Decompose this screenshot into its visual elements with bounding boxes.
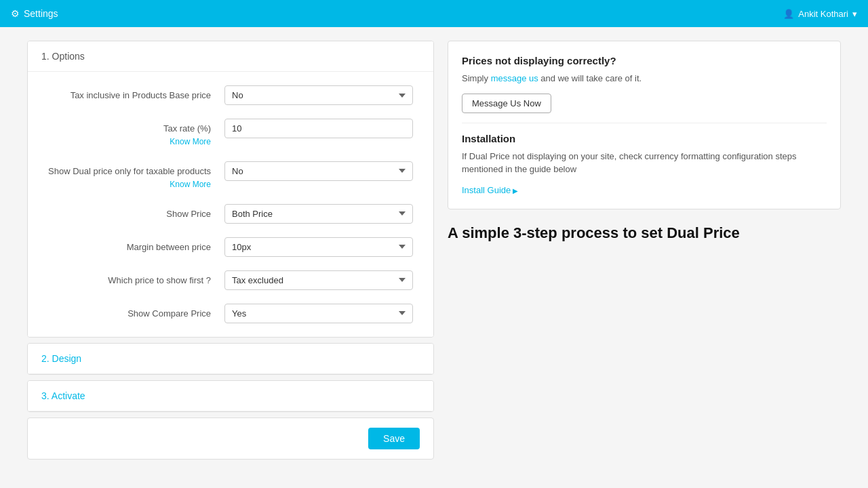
activate-header[interactable]: 3. Activate bbox=[28, 381, 433, 411]
message-us-button[interactable]: Message Us Now bbox=[462, 94, 551, 113]
main-container: 1. Options Tax inclusive in Products Bas… bbox=[0, 27, 868, 473]
margin-control: 5px 10px 15px 20px bbox=[224, 237, 413, 257]
left-panel: 1. Options Tax inclusive in Products Bas… bbox=[27, 41, 434, 460]
design-section[interactable]: 2. Design bbox=[27, 343, 434, 375]
support-card: Prices not displaying correctly? Simply … bbox=[448, 41, 841, 209]
design-link[interactable]: 2. Design bbox=[41, 353, 81, 364]
dual-price-taxable-label: Show Dual price only for taxable product… bbox=[48, 161, 224, 190]
user-menu[interactable]: 👤 Ankit Kothari ▾ bbox=[783, 9, 857, 19]
dropdown-arrow-icon: ▾ bbox=[852, 9, 857, 19]
margin-select[interactable]: 5px 10px 15px 20px bbox=[224, 237, 413, 257]
support-description: Simply message us and we will take care … bbox=[462, 72, 827, 85]
activate-section[interactable]: 3. Activate bbox=[27, 380, 434, 412]
compare-price-row: Show Compare Price Yes No bbox=[48, 304, 413, 323]
price-first-label: Which price to show first ? bbox=[48, 270, 224, 287]
price-first-control: Tax excluded Tax included bbox=[224, 270, 413, 290]
right-panel: Prices not displaying correctly? Simply … bbox=[448, 41, 841, 460]
options-body: Tax inclusive in Products Base price No … bbox=[28, 72, 433, 337]
compare-price-select[interactable]: Yes No bbox=[224, 304, 413, 323]
message-us-link: message us bbox=[491, 73, 538, 83]
margin-label: Margin between price bbox=[48, 237, 224, 253]
compare-price-control: Yes No bbox=[224, 304, 413, 323]
divider bbox=[462, 123, 827, 123]
compare-price-label: Show Compare Price bbox=[48, 304, 224, 320]
app-header: ⚙ Settings 👤 Ankit Kothari ▾ bbox=[0, 0, 868, 27]
activate-link[interactable]: 3. Activate bbox=[41, 390, 85, 401]
tax-inclusive-select[interactable]: No Yes bbox=[224, 85, 413, 105]
user-icon: 👤 bbox=[783, 9, 794, 19]
options-title: 1. Options bbox=[41, 51, 85, 62]
tax-rate-control bbox=[224, 119, 413, 138]
save-row: Save bbox=[27, 418, 434, 460]
promo-text: A simple 3-step process to set Dual Pric… bbox=[448, 223, 841, 244]
options-section: 1. Options Tax inclusive in Products Bas… bbox=[27, 41, 434, 338]
tax-rate-know-more[interactable]: Know More bbox=[48, 136, 211, 148]
settings-label: Settings bbox=[24, 8, 58, 19]
save-button[interactable]: Save bbox=[368, 428, 420, 449]
tax-rate-row: Tax rate (%) Know More bbox=[48, 119, 413, 148]
user-name: Ankit Kothari bbox=[798, 9, 848, 19]
tax-inclusive-label: Tax inclusive in Products Base price bbox=[48, 85, 224, 102]
installation-title: Installation bbox=[462, 133, 827, 144]
gear-icon: ⚙ bbox=[11, 8, 20, 19]
show-price-select[interactable]: Both Price Tax excluded Tax included bbox=[224, 204, 413, 224]
design-header[interactable]: 2. Design bbox=[28, 344, 433, 374]
show-price-control: Both Price Tax excluded Tax included bbox=[224, 204, 413, 224]
dual-price-taxable-control: No Yes bbox=[224, 161, 413, 181]
show-price-row: Show Price Both Price Tax excluded Tax i… bbox=[48, 204, 413, 224]
tax-inclusive-control: No Yes bbox=[224, 85, 413, 105]
tax-rate-label: Tax rate (%) Know More bbox=[48, 119, 224, 148]
tax-inclusive-row: Tax inclusive in Products Base price No … bbox=[48, 85, 413, 105]
promo-section: A simple 3-step process to set Dual Pric… bbox=[448, 223, 841, 244]
price-first-select[interactable]: Tax excluded Tax included bbox=[224, 270, 413, 290]
margin-row: Margin between price 5px 10px 15px 20px bbox=[48, 237, 413, 257]
show-price-label: Show Price bbox=[48, 204, 224, 220]
install-guide-link[interactable]: Install Guide bbox=[462, 185, 518, 195]
dual-price-know-more[interactable]: Know More bbox=[48, 179, 211, 190]
header-left: ⚙ Settings bbox=[11, 8, 58, 19]
tax-rate-input[interactable] bbox=[224, 119, 413, 138]
support-title: Prices not displaying correctly? bbox=[462, 55, 827, 66]
price-first-row: Which price to show first ? Tax excluded… bbox=[48, 270, 413, 290]
dual-price-taxable-select[interactable]: No Yes bbox=[224, 161, 413, 181]
dual-price-taxable-row: Show Dual price only for taxable product… bbox=[48, 161, 413, 190]
options-header: 1. Options bbox=[28, 41, 433, 72]
installation-description: If Dual Price not displaying on your sit… bbox=[462, 150, 827, 176]
